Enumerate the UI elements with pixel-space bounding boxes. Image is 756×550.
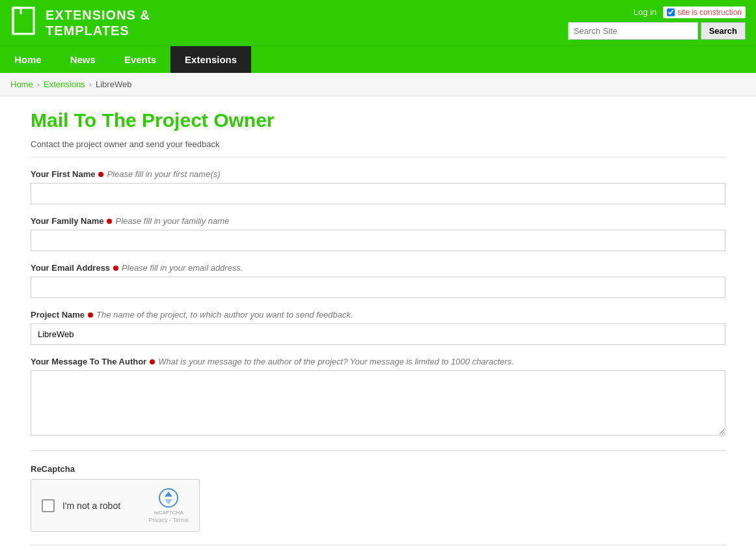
project-hint: The name of the project, to which author… <box>96 310 353 320</box>
family-name-input[interactable] <box>31 230 725 251</box>
message-group: Your Message To The Author What is your … <box>31 357 725 437</box>
recaptcha-brand: reCAPTCHA <box>154 510 183 516</box>
recaptcha-terms-link: Terms <box>173 517 189 523</box>
nav-news[interactable]: News <box>56 46 110 73</box>
recaptcha-group: ReCaptcha I'm not a robot reCAPTCHA Priv… <box>31 464 725 532</box>
nav-extensions[interactable]: Extensions <box>170 46 251 73</box>
logo-line2: TEMPLATES <box>46 23 150 38</box>
first-name-label: Your First Name Please fill in your firs… <box>31 169 725 179</box>
project-name-input[interactable] <box>31 323 725 345</box>
breadcrumb-current: LibreWeb <box>96 79 131 89</box>
family-name-label: Your Family Name Please fill in your fam… <box>31 216 725 226</box>
recaptcha-logo: reCAPTCHA Privacy - Terms <box>148 488 189 523</box>
login-link[interactable]: Log in <box>634 7 656 17</box>
first-name-input[interactable] <box>31 183 725 204</box>
family-name-group: Your Family Name Please fill in your fam… <box>31 216 725 251</box>
first-name-hint: Please fill in your first name(s) <box>107 169 220 179</box>
breadcrumb-extensions[interactable]: Extensions <box>44 79 85 89</box>
message-hint: What is your message to the author of th… <box>158 357 514 366</box>
recaptcha-terms: Privacy - Terms <box>148 517 189 523</box>
project-name-label: Project Name The name of the project, to… <box>31 310 725 320</box>
search-input[interactable] <box>568 22 698 40</box>
recaptcha-privacy: Privacy <box>148 517 168 523</box>
page-subtitle: Contact the project owner and send your … <box>31 139 725 158</box>
form-divider-bottom <box>31 545 725 545</box>
recaptcha-label: ReCaptcha <box>31 464 725 474</box>
construction-notice: site is construction <box>663 7 746 18</box>
required-dot <box>98 172 103 177</box>
form-divider <box>31 450 725 451</box>
required-dot <box>150 359 155 364</box>
email-input[interactable] <box>31 277 725 298</box>
family-name-hint: Please fill in your familiy name <box>115 216 229 226</box>
required-dot <box>113 266 118 271</box>
recaptcha-icon <box>158 488 179 508</box>
breadcrumb-home[interactable]: Home <box>10 79 33 89</box>
message-label: Your Message To The Author What is your … <box>31 357 725 366</box>
site-header: EXTENSIONS & TEMPLATES Log in site is co… <box>0 0 756 46</box>
project-name-group: Project Name The name of the project, to… <box>31 310 725 345</box>
breadcrumb-sep-2: › <box>89 79 92 89</box>
logo-icon <box>10 7 39 39</box>
recaptcha-text: I'm not a robot <box>62 501 120 511</box>
search-button[interactable]: Search <box>701 22 746 40</box>
message-textarea[interactable] <box>31 370 725 435</box>
required-dot <box>107 219 112 224</box>
svg-rect-0 <box>13 8 34 34</box>
page-title: Mail To The Project Owner <box>31 109 725 131</box>
header-right: Log in site is construction Search <box>568 7 746 40</box>
main-content: Mail To The Project Owner Contact the pr… <box>20 96 736 550</box>
breadcrumb: Home › Extensions › LibreWeb <box>0 73 756 96</box>
construction-label: site is construction <box>677 8 742 17</box>
logo-line1: EXTENSIONS & <box>46 7 150 23</box>
header-top-right: Log in site is construction <box>634 7 746 18</box>
search-area: Search <box>568 22 746 40</box>
main-nav: Home News Events Extensions <box>0 46 756 73</box>
breadcrumb-sep-1: › <box>37 79 40 89</box>
construction-checkbox[interactable] <box>667 8 675 16</box>
contact-form: Your First Name Please fill in your firs… <box>31 169 725 550</box>
email-hint: Please fill in your email address. <box>122 263 243 273</box>
nav-home[interactable]: Home <box>0 46 56 73</box>
required-dot <box>88 312 93 318</box>
recaptcha-checkbox[interactable] <box>42 499 55 512</box>
logo-text: EXTENSIONS & TEMPLATES <box>46 7 150 38</box>
first-name-group: Your First Name Please fill in your firs… <box>31 169 725 204</box>
recaptcha-box: I'm not a robot reCAPTCHA Privacy - Term… <box>31 479 200 532</box>
nav-events[interactable]: Events <box>110 46 170 73</box>
site-logo[interactable]: EXTENSIONS & TEMPLATES <box>10 7 150 39</box>
email-label: Your Email Address Please fill in your e… <box>31 263 725 273</box>
email-group: Your Email Address Please fill in your e… <box>31 263 725 298</box>
